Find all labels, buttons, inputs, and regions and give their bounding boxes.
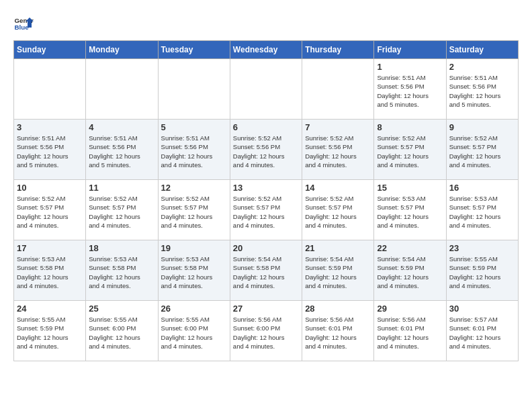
weekday-header-row: SundayMondayTuesdayWednesdayThursdayFrid… (14, 41, 519, 59)
day-number: 20 (233, 243, 299, 253)
day-cell (86, 59, 158, 120)
day-cell: 9Sunrise: 5:52 AM Sunset: 5:57 PM Daylig… (446, 120, 518, 180)
day-number: 23 (449, 243, 515, 253)
day-info: Sunrise: 5:55 AM Sunset: 5:59 PM Dayligh… (17, 315, 83, 351)
day-cell: 8Sunrise: 5:52 AM Sunset: 5:57 PM Daylig… (374, 120, 446, 180)
svg-text:Blue: Blue (15, 24, 30, 31)
day-number: 8 (377, 122, 443, 132)
day-number: 10 (17, 183, 83, 193)
day-number: 12 (161, 183, 227, 193)
day-cell: 22Sunrise: 5:54 AM Sunset: 5:59 PM Dayli… (374, 240, 446, 301)
day-number: 4 (89, 122, 154, 132)
day-cell: 19Sunrise: 5:53 AM Sunset: 5:58 PM Dayli… (158, 240, 230, 301)
day-info: Sunrise: 5:57 AM Sunset: 6:01 PM Dayligh… (449, 315, 515, 351)
day-info: Sunrise: 5:55 AM Sunset: 5:59 PM Dayligh… (449, 255, 515, 290)
day-cell: 21Sunrise: 5:54 AM Sunset: 5:59 PM Dayli… (302, 240, 374, 301)
day-info: Sunrise: 5:52 AM Sunset: 5:57 PM Dayligh… (449, 134, 515, 169)
day-info: Sunrise: 5:53 AM Sunset: 5:58 PM Dayligh… (17, 255, 83, 290)
day-info: Sunrise: 5:51 AM Sunset: 5:56 PM Dayligh… (377, 73, 443, 109)
day-info: Sunrise: 5:51 AM Sunset: 5:56 PM Dayligh… (17, 134, 83, 169)
day-cell: 5Sunrise: 5:51 AM Sunset: 5:56 PM Daylig… (158, 120, 230, 180)
day-info: Sunrise: 5:56 AM Sunset: 6:01 PM Dayligh… (305, 315, 371, 351)
day-cell: 27Sunrise: 5:56 AM Sunset: 6:00 PM Dayli… (230, 301, 302, 361)
day-cell: 20Sunrise: 5:54 AM Sunset: 5:58 PM Dayli… (230, 240, 302, 301)
day-cell: 28Sunrise: 5:56 AM Sunset: 6:01 PM Dayli… (302, 301, 374, 361)
day-cell (158, 59, 230, 120)
day-info: Sunrise: 5:52 AM Sunset: 5:57 PM Dayligh… (377, 134, 443, 169)
week-row-3: 10Sunrise: 5:52 AM Sunset: 5:57 PM Dayli… (14, 180, 519, 240)
day-cell: 7Sunrise: 5:52 AM Sunset: 5:56 PM Daylig… (302, 120, 374, 180)
day-info: Sunrise: 5:55 AM Sunset: 6:00 PM Dayligh… (89, 315, 154, 351)
day-info: Sunrise: 5:52 AM Sunset: 5:57 PM Dayligh… (305, 194, 371, 230)
day-number: 28 (305, 304, 371, 314)
weekday-header-monday: Monday (86, 41, 158, 59)
day-number: 9 (449, 122, 515, 132)
day-cell: 24Sunrise: 5:55 AM Sunset: 5:59 PM Dayli… (14, 301, 86, 361)
day-cell (302, 59, 374, 120)
day-number: 5 (161, 122, 227, 132)
day-number: 6 (233, 122, 299, 132)
day-info: Sunrise: 5:52 AM Sunset: 5:57 PM Dayligh… (161, 194, 227, 230)
calendar-table: SundayMondayTuesdayWednesdayThursdayFrid… (13, 40, 519, 361)
week-row-5: 24Sunrise: 5:55 AM Sunset: 5:59 PM Dayli… (14, 301, 519, 361)
day-number: 17 (17, 243, 83, 253)
day-cell: 13Sunrise: 5:52 AM Sunset: 5:57 PM Dayli… (230, 180, 302, 240)
day-cell: 1Sunrise: 5:51 AM Sunset: 5:56 PM Daylig… (374, 59, 446, 120)
day-cell: 12Sunrise: 5:52 AM Sunset: 5:57 PM Dayli… (158, 180, 230, 240)
day-number: 1 (377, 62, 443, 72)
day-info: Sunrise: 5:54 AM Sunset: 5:59 PM Dayligh… (377, 255, 443, 290)
day-cell: 23Sunrise: 5:55 AM Sunset: 5:59 PM Dayli… (446, 240, 518, 301)
day-cell: 17Sunrise: 5:53 AM Sunset: 5:58 PM Dayli… (14, 240, 86, 301)
week-row-2: 3Sunrise: 5:51 AM Sunset: 5:56 PM Daylig… (14, 120, 519, 180)
day-info: Sunrise: 5:52 AM Sunset: 5:57 PM Dayligh… (17, 194, 83, 230)
day-cell (14, 59, 86, 120)
day-info: Sunrise: 5:56 AM Sunset: 6:00 PM Dayligh… (233, 315, 299, 351)
day-cell: 26Sunrise: 5:55 AM Sunset: 6:00 PM Dayli… (158, 301, 230, 361)
weekday-header-wednesday: Wednesday (230, 41, 302, 59)
day-info: Sunrise: 5:54 AM Sunset: 5:59 PM Dayligh… (305, 255, 371, 290)
day-number: 24 (17, 304, 83, 314)
day-number: 30 (449, 304, 515, 314)
day-info: Sunrise: 5:53 AM Sunset: 5:58 PM Dayligh… (89, 255, 154, 290)
day-info: Sunrise: 5:54 AM Sunset: 5:58 PM Dayligh… (233, 255, 299, 290)
day-cell: 6Sunrise: 5:52 AM Sunset: 5:56 PM Daylig… (230, 120, 302, 180)
day-cell: 15Sunrise: 5:53 AM Sunset: 5:57 PM Dayli… (374, 180, 446, 240)
day-cell: 11Sunrise: 5:52 AM Sunset: 5:57 PM Dayli… (86, 180, 158, 240)
logo: General Blue (13, 13, 34, 34)
day-cell: 2Sunrise: 5:51 AM Sunset: 5:56 PM Daylig… (446, 59, 518, 120)
day-info: Sunrise: 5:51 AM Sunset: 5:56 PM Dayligh… (161, 134, 227, 169)
day-number: 18 (89, 243, 154, 253)
day-number: 11 (89, 183, 154, 193)
day-cell: 25Sunrise: 5:55 AM Sunset: 6:00 PM Dayli… (86, 301, 158, 361)
day-number: 14 (305, 183, 371, 193)
day-cell: 14Sunrise: 5:52 AM Sunset: 5:57 PM Dayli… (302, 180, 374, 240)
week-row-4: 17Sunrise: 5:53 AM Sunset: 5:58 PM Dayli… (14, 240, 519, 301)
day-info: Sunrise: 5:53 AM Sunset: 5:57 PM Dayligh… (377, 194, 443, 230)
weekday-header-thursday: Thursday (302, 41, 374, 59)
day-info: Sunrise: 5:55 AM Sunset: 6:00 PM Dayligh… (161, 315, 227, 351)
day-info: Sunrise: 5:53 AM Sunset: 5:57 PM Dayligh… (449, 194, 515, 230)
day-info: Sunrise: 5:52 AM Sunset: 5:56 PM Dayligh… (233, 134, 299, 169)
day-number: 16 (449, 183, 515, 193)
day-number: 27 (233, 304, 299, 314)
weekday-header-sunday: Sunday (14, 41, 86, 59)
day-number: 2 (449, 62, 515, 72)
day-cell: 16Sunrise: 5:53 AM Sunset: 5:57 PM Dayli… (446, 180, 518, 240)
day-cell: 18Sunrise: 5:53 AM Sunset: 5:58 PM Dayli… (86, 240, 158, 301)
day-number: 29 (377, 304, 443, 314)
day-number: 13 (233, 183, 299, 193)
day-cell: 3Sunrise: 5:51 AM Sunset: 5:56 PM Daylig… (14, 120, 86, 180)
weekday-header-saturday: Saturday (446, 41, 518, 59)
week-row-1: 1Sunrise: 5:51 AM Sunset: 5:56 PM Daylig… (14, 59, 519, 120)
day-cell: 29Sunrise: 5:56 AM Sunset: 6:01 PM Dayli… (374, 301, 446, 361)
logo-icon: General Blue (13, 13, 34, 34)
day-number: 21 (305, 243, 371, 253)
day-number: 22 (377, 243, 443, 253)
day-info: Sunrise: 5:56 AM Sunset: 6:01 PM Dayligh… (377, 315, 443, 351)
day-cell (230, 59, 302, 120)
weekday-header-friday: Friday (374, 41, 446, 59)
weekday-header-tuesday: Tuesday (158, 41, 230, 59)
day-number: 7 (305, 122, 371, 132)
day-info: Sunrise: 5:52 AM Sunset: 5:57 PM Dayligh… (89, 194, 154, 230)
day-info: Sunrise: 5:53 AM Sunset: 5:58 PM Dayligh… (161, 255, 227, 290)
